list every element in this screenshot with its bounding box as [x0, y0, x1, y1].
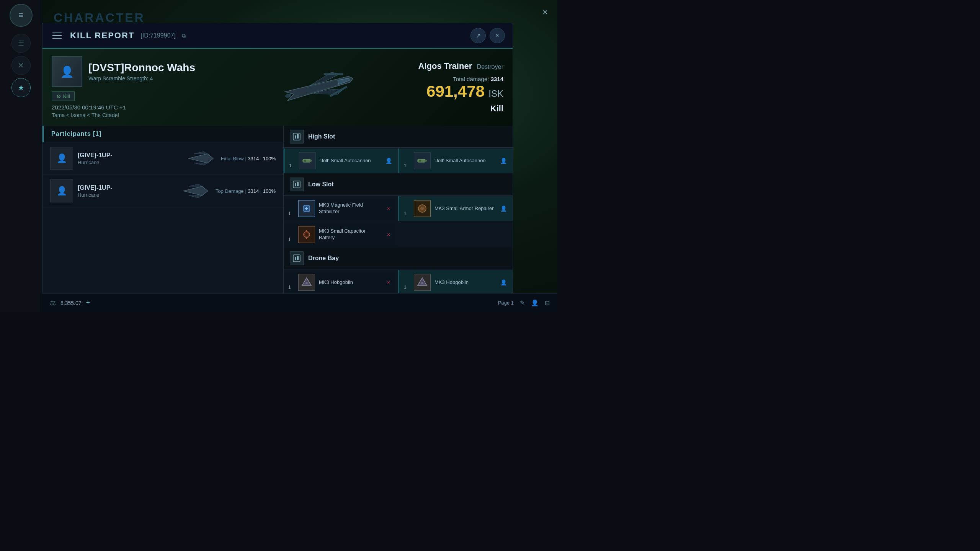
warp-scramble: Warp Scramble Strength: 4	[88, 75, 195, 82]
player-row: 👤 [DVST]Ronnoc Wahs Warp Scramble Streng…	[52, 56, 232, 87]
kill-report-panel: KILL REPORT [ID:7199907] ⧉ ↗ × 👤 [DVST]R…	[42, 23, 513, 312]
svg-rect-15	[293, 133, 300, 140]
svg-marker-9	[188, 154, 213, 163]
svg-marker-10	[194, 152, 207, 154]
participant-percent-1: 100%	[263, 156, 276, 161]
app-close-button[interactable]: ×	[537, 4, 554, 21]
low-slot-row-2: 1 MK3 Small Capacitor Battery ×	[284, 222, 513, 248]
sidebar-icon-star[interactable]: ★	[11, 78, 31, 97]
high-slot-name-2: 'Jolt' Small Autocannon	[434, 158, 495, 164]
panel-close-button[interactable]: ×	[490, 28, 505, 43]
low-slot-item-3[interactable]: 1 MK3 Small Capacitor Battery ×	[284, 222, 398, 247]
svg-rect-25	[295, 183, 296, 186]
ship-type: Destroyer	[477, 64, 503, 70]
svg-rect-24	[293, 181, 300, 188]
export-button[interactable]: ↗	[470, 28, 486, 43]
participant-label-2: Top Damage	[216, 188, 244, 194]
high-slot-item-1[interactable]: 1 'Jolt' Small Autocannon 👤	[284, 148, 398, 173]
close-icon: ×	[495, 32, 499, 39]
drone-item-1[interactable]: 1 MK3 Hobgoblin ×	[284, 270, 398, 295]
bottom-bar-plus-icon[interactable]: +	[86, 299, 90, 307]
bottom-bar-right: Page 1 ✎ 👤 ⊟	[498, 299, 550, 306]
svg-point-39	[305, 282, 308, 284]
low-slot-status-2: 👤	[499, 204, 508, 213]
person-icon[interactable]: 👤	[531, 299, 539, 306]
participant-avatar-1: 👤	[50, 147, 73, 170]
svg-rect-7	[324, 73, 343, 75]
drone-bay-header: Drone Bay	[284, 248, 513, 269]
participant-stats-1: Final Blow | 3314 | 100%	[221, 156, 276, 161]
drone-bay-title: Drone Bay	[308, 255, 339, 262]
drone-qty-1: 1	[288, 285, 294, 292]
low-slot-qty-3: 1	[288, 237, 294, 244]
participant-ship-icon-2	[180, 183, 211, 200]
pencil-icon[interactable]: ✎	[520, 299, 525, 306]
kill-header: 👤 [DVST]Ronnoc Wahs Warp Scramble Streng…	[42, 49, 513, 126]
svg-marker-0	[285, 74, 354, 101]
high-slot-status-2: 👤	[499, 156, 508, 165]
high-slot-item-2[interactable]: 1 'Jolt' Small Autocannon 👤	[399, 148, 513, 173]
high-slot-icon-1	[299, 152, 316, 169]
isk-value: 691,478	[426, 82, 485, 100]
slots-panel: High Slot 1 'Jolt' Small Autocannon 👤	[284, 126, 513, 312]
svg-point-32	[305, 233, 308, 236]
ship-name-row: Algos Trainer Destroyer	[407, 61, 503, 71]
high-slot-title: High Slot	[308, 133, 335, 140]
total-damage-label: Total damage:	[453, 76, 489, 82]
total-damage-row: Total damage: 3314	[407, 76, 503, 82]
copy-icon[interactable]: ⧉	[182, 33, 186, 39]
high-slot-icon-2	[414, 152, 431, 169]
low-slot-item-1[interactable]: 1 MK3 Magnetic Field Stabilizer ×	[284, 196, 398, 221]
drone-icon-2	[414, 274, 431, 291]
drone-bay-row: 1 MK3 Hobgoblin × 1	[284, 269, 513, 295]
drone-status-2: 👤	[499, 278, 508, 287]
bottom-bar: ⚖ 8,355.07 + Page 1 ✎ 👤 ⊟	[42, 293, 557, 312]
participant-name-2: [GIVE]-1UP-	[78, 184, 176, 191]
low-slot-icon-2	[414, 200, 431, 217]
kill-timestamp: 2022/05/30 00:19:46 UTC +1	[52, 104, 232, 111]
sidebar-menu-button[interactable]: ≡	[10, 4, 33, 27]
svg-marker-12	[183, 186, 208, 196]
low-slot-item-2[interactable]: 1 MK3 Small Armor Repairer 👤	[399, 196, 513, 221]
bottom-bar-value: 8,355.07	[60, 300, 82, 306]
participants-title: Participants [1]	[51, 130, 102, 137]
victim-avatar: 👤	[52, 56, 82, 87]
drone-name-1: MK3 Hobgoblin	[319, 279, 380, 286]
ship-class-name: Algos Trainer	[418, 61, 472, 71]
high-slot-qty-1: 1	[289, 163, 295, 170]
participant-damage-2: 3314	[248, 188, 259, 194]
svg-point-23	[419, 160, 421, 162]
bottom-bar-left: ⚖ 8,355.07 +	[50, 299, 90, 307]
svg-marker-13	[189, 184, 202, 186]
filter-icon[interactable]: ⊟	[545, 299, 550, 306]
export-icon: ↗	[476, 32, 481, 39]
victim-name: [DVST]Ronnoc Wahs	[88, 62, 195, 74]
isk-row: 691,478 ISK	[407, 82, 503, 101]
drone-icon-1	[298, 274, 315, 291]
drone-item-2[interactable]: 1 MK3 Hobgoblin 👤	[399, 270, 513, 295]
svg-point-41	[421, 282, 423, 284]
drone-name-2: MK3 Hobgoblin	[434, 279, 495, 286]
participant-row[interactable]: 👤 [GIVE]-1UP- Hurricane Final Blow | 331…	[42, 142, 283, 175]
kill-label: Kill	[63, 93, 70, 99]
sidebar-icon-cross[interactable]: ✕	[11, 56, 31, 75]
low-slot-qty-1: 1	[288, 211, 294, 218]
hamburger-line-2	[52, 35, 62, 36]
hamburger-line-3	[52, 38, 62, 39]
star-icon: ★	[18, 83, 24, 92]
panel-menu-button[interactable]	[50, 29, 64, 42]
participant-percent-2: 100%	[263, 188, 276, 194]
svg-marker-14	[189, 196, 202, 198]
avatar-placeholder: 👤	[52, 57, 82, 86]
total-damage-value: 3314	[491, 76, 503, 82]
panel-id: [ID:7199907]	[140, 32, 176, 39]
participant-info-2: [GIVE]-1UP- Hurricane	[78, 184, 176, 198]
kill-result: Kill	[407, 104, 503, 114]
svg-rect-37	[297, 256, 299, 260]
svg-rect-16	[295, 135, 296, 139]
low-slot-header: Low Slot	[284, 174, 513, 196]
svg-point-20	[304, 160, 306, 162]
participant-row-2[interactable]: 👤 [GIVE]-1UP- Hurricane Top Damage | 331…	[42, 175, 283, 207]
panel-header: KILL REPORT [ID:7199907] ⧉ ↗ ×	[42, 23, 513, 49]
sidebar-icon-chat[interactable]: ☰	[11, 34, 31, 53]
